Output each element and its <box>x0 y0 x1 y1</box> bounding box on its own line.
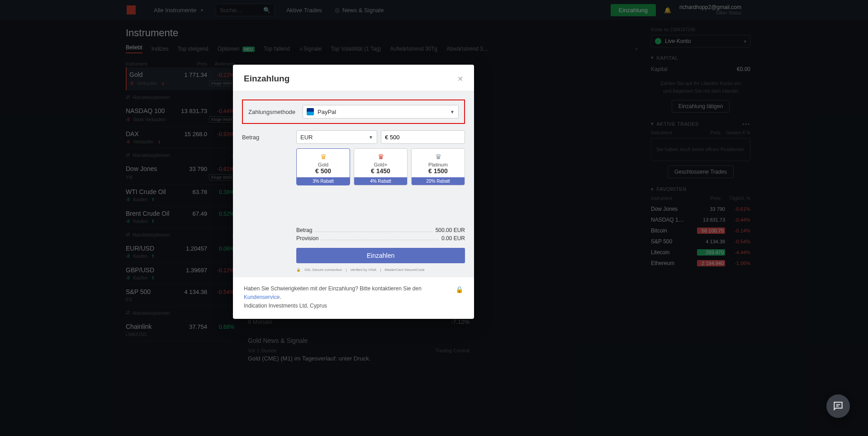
amount-input[interactable] <box>381 130 465 144</box>
tier-options: ♛Gold€ 5003% Rabatt♛Gold+€ 14504% Rabatt… <box>296 148 465 185</box>
crown-icon: ♛ <box>356 152 405 161</box>
currency-select[interactable]: EUR▼ <box>296 130 377 144</box>
secure-badges: 🔒 SSL Secure connection| Verified by VIS… <box>296 268 465 272</box>
tier-platinum[interactable]: ♛Platinum€ 150020% Rabatt <box>411 148 465 185</box>
chevron-down-icon: ▼ <box>369 135 373 140</box>
modal-header: Einzahlung ✕ <box>233 65 474 91</box>
deposit-modal: Einzahlung ✕ Zahlungsmethode PayPal ▼ Be… <box>233 65 474 319</box>
pay-button[interactable]: Einzahlen <box>296 248 465 263</box>
crown-icon: ♛ <box>299 152 348 161</box>
paypal-icon <box>307 108 314 115</box>
company-info: Indication Investments Ltd, Cyprus <box>244 302 455 310</box>
payment-method-highlight: Zahlungsmethode PayPal ▼ <box>242 100 465 124</box>
tier-gold-plus[interactable]: ♛Gold+€ 14504% Rabatt <box>354 148 408 185</box>
payment-method-select[interactable]: PayPal ▼ <box>303 105 459 118</box>
customer-service-link[interactable]: Kundenservice <box>244 294 280 300</box>
modal-footer: Haben Sie Schwierigkeiten mit der Einzah… <box>233 277 474 319</box>
chat-button[interactable] <box>826 394 850 418</box>
modal-title: Einzahlung <box>244 74 289 84</box>
lock-icon: 🔒 <box>296 268 301 272</box>
tier-gold[interactable]: ♛Gold€ 5003% Rabatt <box>296 148 350 185</box>
amount-label: Betrag <box>242 134 296 141</box>
payment-method-label: Zahlungsmethode <box>248 109 303 115</box>
lock-icon: 🔒 <box>455 284 463 294</box>
summary: Betrag500.00 EUR Provision0.00 EUR <box>296 226 465 242</box>
chat-icon <box>832 400 844 412</box>
chevron-down-icon: ▼ <box>450 109 455 114</box>
close-icon[interactable]: ✕ <box>457 75 463 83</box>
crown-icon: ♛ <box>413 152 463 161</box>
